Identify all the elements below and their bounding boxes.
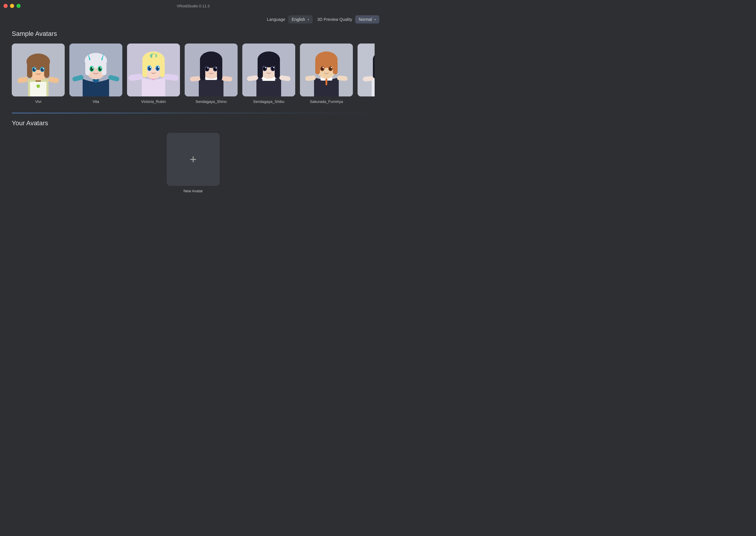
- language-control: Language English ▾: [267, 15, 312, 23]
- svg-rect-88: [333, 60, 338, 74]
- traffic-lights: [4, 4, 20, 8]
- avatar-card-shibu[interactable]: Sendagaya_Shibu: [242, 44, 295, 104]
- svg-rect-41: [160, 60, 165, 77]
- avatar-thumbnail-hairsan: [358, 44, 375, 96]
- language-dropdown[interactable]: English ▾: [288, 15, 312, 23]
- svg-point-94: [331, 67, 332, 68]
- section-divider: [12, 113, 375, 114]
- quality-control: 3D Preview Quality Normal ▾: [317, 15, 379, 23]
- avatar-thumbnail-vita: [69, 44, 122, 96]
- avatar-thumbnail-shino: [185, 44, 238, 96]
- avatar-card-hairsan[interactable]: HairSan: [358, 44, 375, 104]
- language-label: Language: [267, 17, 285, 22]
- avatar-name-shino: Sendagaya_Shino: [196, 99, 227, 104]
- avatar-card-shino[interactable]: Sendagaya_Shino: [185, 44, 238, 104]
- title-bar: VRoidStudio 0.11.3: [0, 0, 386, 12]
- avatar-card-vita[interactable]: Vita: [69, 44, 122, 104]
- svg-point-12: [34, 68, 36, 69]
- window-title: VRoidStudio 0.11.3: [177, 4, 210, 8]
- svg-rect-25: [85, 61, 90, 75]
- new-avatar-card[interactable]: + New Avatar: [12, 133, 375, 193]
- svg-rect-40: [142, 60, 147, 77]
- avatar-thumbnail-shibu: [242, 44, 295, 96]
- svg-point-18: [36, 84, 40, 88]
- main-content: Sample Avatars: [0, 27, 386, 199]
- minimize-button[interactable]: [10, 4, 14, 8]
- svg-rect-7: [44, 62, 49, 78]
- new-avatar-label: New Avatar: [183, 189, 203, 193]
- avatar-name-vivi: Vivi: [35, 99, 42, 104]
- quality-label: 3D Preview Quality: [317, 17, 352, 22]
- avatar-name-sakurada: Sakurada_Fumiriya: [310, 99, 343, 104]
- maximize-button[interactable]: [16, 4, 20, 8]
- avatar-thumbnail-victoria: [127, 44, 180, 96]
- svg-point-49: [158, 67, 159, 68]
- avatar-name-vita: Vita: [93, 99, 99, 104]
- quality-value: Normal: [359, 17, 372, 22]
- avatar-name-shibu: Sendagaya_Shibu: [253, 99, 284, 104]
- close-button[interactable]: [4, 4, 8, 8]
- svg-rect-17: [30, 82, 47, 96]
- header-controls: Language English ▾ 3D Preview Quality No…: [0, 12, 386, 27]
- avatar-thumbnail-sakurada: [300, 44, 353, 96]
- svg-point-78: [265, 67, 266, 68]
- quality-dropdown[interactable]: Normal ▾: [355, 15, 379, 23]
- svg-point-63: [207, 67, 209, 69]
- svg-point-48: [150, 67, 151, 68]
- svg-rect-26: [102, 61, 107, 75]
- svg-rect-58: [200, 59, 222, 65]
- plus-icon: +: [190, 153, 196, 165]
- avatar-thumbnail-vivi: [12, 44, 65, 96]
- svg-point-31: [92, 67, 93, 69]
- sample-avatars-scroll[interactable]: Vivi: [12, 44, 375, 107]
- avatar-card-victoria[interactable]: Victoria_Rubin: [127, 44, 180, 104]
- your-avatars-title: Your Avatars: [12, 119, 375, 127]
- avatar-card-sakurada[interactable]: Sakurada_Fumiriya: [300, 44, 353, 104]
- avatar-name-victoria: Victoria_Rubin: [141, 99, 166, 104]
- avatar-card-vivi[interactable]: Vivi: [12, 44, 65, 104]
- language-value: English: [292, 17, 305, 22]
- svg-rect-87: [315, 60, 320, 74]
- language-chevron-icon: ▾: [308, 18, 309, 21]
- svg-point-13: [43, 68, 44, 69]
- svg-point-32: [100, 67, 101, 69]
- quality-chevron-icon: ▾: [374, 18, 376, 21]
- svg-point-79: [273, 67, 274, 68]
- sample-avatars-title: Sample Avatars: [12, 30, 375, 38]
- new-avatar-box: +: [167, 133, 220, 186]
- svg-point-93: [323, 67, 324, 68]
- sample-avatars-row: Vivi: [12, 44, 375, 104]
- svg-rect-73: [258, 58, 280, 64]
- svg-rect-102: [373, 58, 375, 65]
- svg-rect-6: [27, 62, 32, 78]
- svg-point-64: [215, 67, 217, 69]
